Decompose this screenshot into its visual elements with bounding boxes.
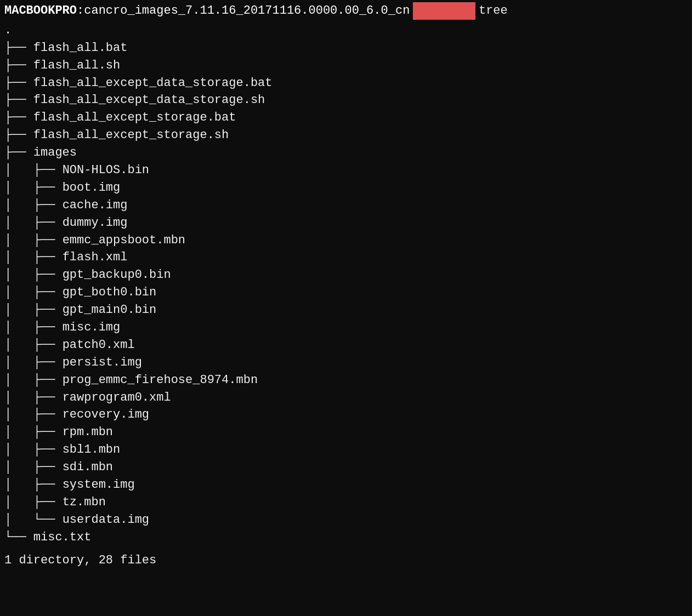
tree-filename: gpt_both0.bin — [63, 284, 157, 301]
list-item: │ ├── recovery.img — [4, 406, 688, 424]
prompt-directory: cancro_images_7.11.16_20171116.0000.00_6… — [84, 2, 410, 20]
list-item: │ ├── flash.xml — [4, 249, 688, 266]
tree-prefix: ├── — [4, 109, 33, 127]
tree-filename: emmc_appsboot.mbn — [63, 232, 185, 249]
list-item: │ ├── gpt_main0.bin — [4, 301, 688, 319]
tree-filename: sdi.mbn — [63, 459, 113, 476]
tree-filename: prog_emmc_firehose_8974.mbn — [63, 372, 258, 389]
tree-filename: system.img — [63, 476, 135, 494]
list-item: │ ├── system.img — [4, 476, 688, 494]
tree-prefix: │ ├── — [4, 441, 63, 459]
prompt-line: MACBOOKPRO : cancro_images_7.11.16_20171… — [4, 2, 688, 20]
tree-prefix: │ ├── — [4, 354, 63, 372]
list-item: │ ├── sbl1.mbn — [4, 441, 688, 459]
list-item: │ ├── emmc_appsboot.mbn — [4, 232, 688, 249]
prompt-machine: MACBOOKPRO — [4, 2, 77, 20]
tree-filename: gpt_backup0.bin — [63, 266, 171, 284]
tree-prefix: │ ├── — [4, 406, 63, 424]
list-item: ├── flash_all.bat — [4, 39, 688, 57]
list-item: │ ├── cache.img — [4, 197, 688, 214]
list-item: │ ├── tz.mbn — [4, 494, 688, 511]
list-item: │ ├── boot.img — [4, 179, 688, 197]
tree-filename: recovery.img — [63, 406, 149, 424]
tree-prefix: │ ├── — [4, 476, 63, 494]
tree-prefix: │ ├── — [4, 197, 63, 214]
tree-prefix: │ └── — [4, 511, 63, 529]
tree-filename: misc.txt — [33, 529, 92, 546]
tree-filename: dummy.img — [63, 214, 128, 232]
tree-prefix: │ ├── — [4, 389, 63, 407]
tree-prefix: ├── — [4, 127, 33, 144]
list-item: └── misc.txt — [4, 529, 688, 546]
tree-prefix: ├── — [4, 57, 33, 75]
tree-filename: gpt_main0.bin — [63, 301, 157, 319]
tree-prefix: │ ├── — [4, 494, 63, 511]
list-item: │ ├── rawprogram0.xml — [4, 389, 688, 407]
tree-filename: images — [33, 144, 77, 162]
tree-prefix: │ ├── — [4, 459, 63, 476]
tree-prefix: │ ├── — [4, 162, 63, 179]
list-item: │ └── userdata.img — [4, 511, 688, 529]
tree-prefix: │ ├── — [4, 179, 63, 197]
tree-filename: flash_all_except_storage.bat — [33, 109, 236, 127]
tree-filename: flash_all.bat — [33, 39, 128, 57]
tree-filename: flash_all_except_data_storage.bat — [33, 75, 273, 92]
tree-prefix: │ ├── — [4, 232, 63, 249]
tree-prefix: │ ├── — [4, 372, 63, 389]
tree-prefix: │ ├── — [4, 266, 63, 284]
terminal: MACBOOKPRO : cancro_images_7.11.16_20171… — [0, 0, 692, 616]
tree-filename: tz.mbn — [63, 494, 106, 511]
tree-filename: cache.img — [63, 197, 128, 214]
tree-filename: boot.img — [63, 179, 121, 197]
tree-prefix: │ ├── — [4, 319, 63, 336]
tree-root-dot: . — [4, 22, 12, 39]
tree-filename: misc.img — [63, 319, 121, 336]
list-item: ├── flash_all_except_data_storage.bat — [4, 75, 688, 92]
list-item: │ ├── dummy.img — [4, 214, 688, 232]
tree-filename: rawprogram0.xml — [63, 389, 171, 407]
list-item: │ ├── prog_emmc_firehose_8974.mbn — [4, 372, 688, 389]
list-item: │ ├── rpm.mbn — [4, 424, 688, 441]
tree-filename: sbl1.mbn — [63, 441, 121, 459]
prompt-user-block — [413, 2, 475, 20]
list-item: │ ├── persist.img — [4, 354, 688, 372]
tree-prefix: ├── — [4, 39, 33, 57]
list-item: ├── images — [4, 144, 688, 162]
tree-output: . ├── flash_all.bat├── flash_all.sh├── f… — [4, 22, 688, 546]
tree-prefix: │ ├── — [4, 249, 63, 266]
prompt-separator: : — [77, 2, 84, 20]
tree-filename: flash_all_except_data_storage.sh — [33, 92, 265, 109]
tree-summary: 1 directory, 28 files — [4, 552, 688, 569]
list-item: ├── flash_all_except_storage.sh — [4, 127, 688, 144]
list-item: │ ├── patch0.xml — [4, 336, 688, 354]
tree-filename: NON-HLOS.bin — [63, 162, 149, 179]
tree-filename: flash.xml — [63, 249, 128, 266]
tree-prefix: │ ├── — [4, 214, 63, 232]
tree-prefix: │ ├── — [4, 284, 63, 301]
prompt-command: tree — [479, 2, 508, 20]
tree-filename: flash_all_except_storage.sh — [33, 127, 229, 144]
tree-prefix: │ ├── — [4, 336, 63, 354]
tree-prefix: │ ├── — [4, 424, 63, 441]
tree-prefix: ├── — [4, 144, 33, 162]
tree-filename: rpm.mbn — [63, 424, 113, 441]
list-item: │ ├── misc.img — [4, 319, 688, 336]
list-item: ├── flash_all_except_data_storage.sh — [4, 92, 688, 109]
list-item: │ ├── NON-HLOS.bin — [4, 162, 688, 179]
tree-prefix: ├── — [4, 92, 33, 109]
tree-prefix: ├── — [4, 75, 33, 92]
list-item: ├── flash_all.sh — [4, 57, 688, 75]
tree-prefix: │ ├── — [4, 301, 63, 319]
list-item: │ ├── gpt_backup0.bin — [4, 266, 688, 284]
tree-items-container: ├── flash_all.bat├── flash_all.sh├── fla… — [4, 39, 688, 546]
list-item: │ ├── sdi.mbn — [4, 459, 688, 476]
list-item: │ ├── gpt_both0.bin — [4, 284, 688, 301]
tree-filename: persist.img — [63, 354, 142, 372]
tree-filename: flash_all.sh — [33, 57, 120, 75]
tree-filename: patch0.xml — [63, 336, 135, 354]
tree-root: . — [4, 22, 688, 39]
list-item: ├── flash_all_except_storage.bat — [4, 109, 688, 127]
tree-filename: userdata.img — [63, 511, 149, 529]
tree-prefix: └── — [4, 529, 33, 546]
